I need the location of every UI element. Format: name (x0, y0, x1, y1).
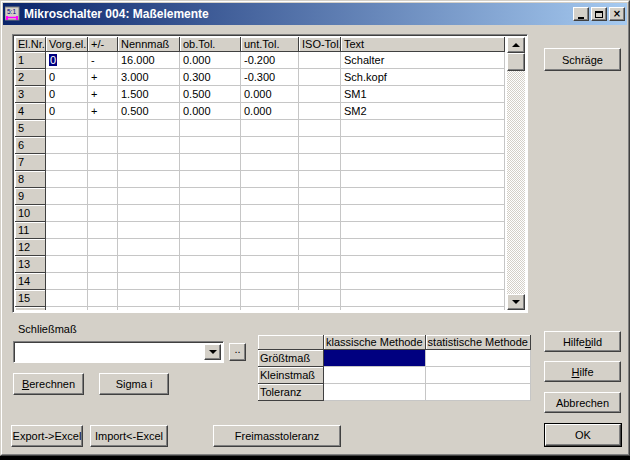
cell-text[interactable] (341, 188, 505, 205)
sigma-i-button[interactable]: Sigma i (99, 373, 169, 395)
cell-ob-tol[interactable]: 0.000 (180, 103, 241, 120)
cell-sign[interactable] (88, 307, 118, 310)
cell-text[interactable]: Sch.kopf (341, 69, 505, 86)
cell-sign[interactable] (88, 222, 118, 239)
cell-vorg-el[interactable] (46, 290, 88, 307)
cell-ob-tol[interactable]: 0.300 (180, 69, 241, 86)
cell-sign[interactable]: + (88, 103, 118, 120)
cell-nennmass[interactable] (118, 205, 180, 222)
cell-vorg-el[interactable] (46, 171, 88, 188)
cell-vorg-el[interactable] (46, 137, 88, 154)
cell-unt-tol[interactable] (241, 222, 299, 239)
cell-unt-tol[interactable] (241, 290, 299, 307)
cell-iso-tol[interactable] (299, 256, 341, 273)
scroll-down-button[interactable] (507, 294, 525, 310)
cell-unt-tol[interactable] (241, 120, 299, 137)
cell-nennmass[interactable] (118, 307, 180, 310)
summary-cell-groesstmass-statistisch[interactable] (426, 350, 531, 367)
cell-iso-tol[interactable] (299, 103, 341, 120)
vertical-scrollbar[interactable] (507, 37, 525, 310)
cell-unt-tol[interactable] (241, 256, 299, 273)
cell-vorg-el[interactable] (46, 239, 88, 256)
cell-unt-tol[interactable] (241, 171, 299, 188)
cell-sign[interactable]: + (88, 69, 118, 86)
combobox-dropdown-button[interactable] (204, 344, 221, 360)
cell-iso-tol[interactable] (299, 137, 341, 154)
cell-unt-tol[interactable]: 0.000 (241, 103, 299, 120)
cell-text[interactable] (341, 307, 505, 310)
export-excel-button[interactable]: Export->Excel (11, 425, 83, 447)
row-number[interactable]: 14 (15, 273, 46, 290)
cell-nennmass[interactable] (118, 222, 180, 239)
cell-text[interactable] (341, 273, 505, 290)
cell-iso-tol[interactable] (299, 222, 341, 239)
cell-vorg-el[interactable] (46, 222, 88, 239)
cell-nennmass[interactable]: 16.000 (118, 52, 180, 69)
cell-iso-tol[interactable] (299, 205, 341, 222)
cell-ob-tol[interactable] (180, 137, 241, 154)
cell-unt-tol[interactable] (241, 239, 299, 256)
row-number[interactable]: 9 (15, 188, 46, 205)
cell-vorg-el[interactable] (46, 188, 88, 205)
cell-unt-tol[interactable] (241, 307, 299, 310)
cell-iso-tol[interactable] (299, 154, 341, 171)
cell-sign[interactable] (88, 290, 118, 307)
cell-ob-tol[interactable] (180, 256, 241, 273)
cell-text[interactable] (341, 154, 505, 171)
cell-vorg-el[interactable] (46, 205, 88, 222)
cell-text[interactable] (341, 205, 505, 222)
cell-text[interactable] (341, 120, 505, 137)
cell-sign[interactable] (88, 137, 118, 154)
hilfe-button[interactable]: Hilfe (544, 361, 621, 382)
row-number[interactable]: 11 (15, 222, 46, 239)
cell-nennmass[interactable]: 1.500 (118, 86, 180, 103)
cell-nennmass[interactable] (118, 256, 180, 273)
cell-vorg-el[interactable] (46, 256, 88, 273)
cell-unt-tol[interactable]: -0.200 (241, 52, 299, 69)
row-number[interactable]: 2 (15, 69, 46, 86)
hilfebild-button[interactable]: Hilfebild (544, 331, 621, 352)
row-number[interactable]: 1 (15, 52, 46, 69)
row-number[interactable]: 6 (15, 137, 46, 154)
cell-sign[interactable] (88, 256, 118, 273)
row-number[interactable]: 12 (15, 239, 46, 256)
cell-sign[interactable] (88, 239, 118, 256)
abbrechen-button[interactable]: Abbrechen (544, 392, 621, 413)
cell-text[interactable] (341, 137, 505, 154)
cell-sign[interactable] (88, 154, 118, 171)
scroll-up-button[interactable] (507, 37, 525, 53)
cell-iso-tol[interactable] (299, 86, 341, 103)
cell-unt-tol[interactable]: 0.000 (241, 86, 299, 103)
cell-unt-tol[interactable] (241, 205, 299, 222)
cell-text[interactable] (341, 256, 505, 273)
cell-ob-tol[interactable] (180, 273, 241, 290)
cell-vorg-el[interactable]: 0 (46, 52, 88, 69)
titlebar[interactable]: 5:1 Mikroschalter 004: Maßelemente × (3, 3, 627, 25)
cell-text[interactable] (341, 171, 505, 188)
cell-vorg-el[interactable] (46, 307, 88, 310)
close-button[interactable]: × (609, 7, 625, 21)
cell-nennmass[interactable] (118, 171, 180, 188)
cell-sign[interactable] (88, 205, 118, 222)
cell-vorg-el[interactable] (46, 273, 88, 290)
cell-sign[interactable] (88, 120, 118, 137)
cell-ob-tol[interactable] (180, 205, 241, 222)
cell-ob-tol[interactable] (180, 290, 241, 307)
summary-cell-kleinstmass-statistisch[interactable] (426, 367, 531, 384)
row-number[interactable]: 4 (15, 103, 46, 120)
cell-iso-tol[interactable] (299, 120, 341, 137)
cell-ob-tol[interactable] (180, 154, 241, 171)
cell-nennmass[interactable] (118, 137, 180, 154)
row-number[interactable]: 3 (15, 86, 46, 103)
cell-nennmass[interactable] (118, 290, 180, 307)
cell-ob-tol[interactable] (180, 222, 241, 239)
cell-iso-tol[interactable] (299, 307, 341, 310)
row-number[interactable]: 7 (15, 154, 46, 171)
cell-unt-tol[interactable] (241, 137, 299, 154)
ok-button[interactable]: OK (545, 424, 621, 446)
cell-sign[interactable] (88, 188, 118, 205)
cell-ob-tol[interactable] (180, 307, 241, 310)
row-number[interactable]: 16 (15, 307, 46, 310)
cell-ob-tol[interactable]: 0.500 (180, 86, 241, 103)
cell-nennmass[interactable] (118, 154, 180, 171)
